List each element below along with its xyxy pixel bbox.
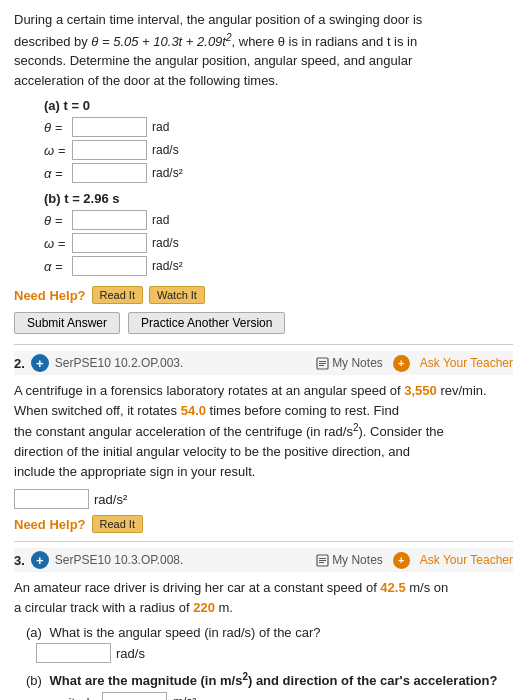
problem-3-part-a-input[interactable] <box>36 643 111 663</box>
problem-3-text: An amateur race driver is driving her ca… <box>14 578 513 617</box>
omega-unit-b: rad/s <box>152 236 179 250</box>
radius-highlight-3: 220 <box>193 600 215 615</box>
alpha-label-a: α = <box>44 166 72 181</box>
magnitude-unit: m/s² <box>173 695 196 700</box>
omega-label-a: ω = <box>44 143 72 158</box>
problem-2-answer-input[interactable] <box>14 489 89 509</box>
read-it-btn-1[interactable]: Read It <box>92 286 143 304</box>
magnitude-input[interactable] <box>102 692 167 700</box>
alpha-input-a[interactable] <box>72 163 147 183</box>
notes-icon-2 <box>316 357 329 370</box>
intro-line1: During a certain time interval, the angu… <box>14 12 422 27</box>
omega-unit-a: rad/s <box>152 143 179 157</box>
problem-intro-block: During a certain time interval, the angu… <box>14 10 513 334</box>
problem-3-id: SerPSE10 10.3.OP.008. <box>55 553 310 567</box>
my-notes-link-2[interactable]: My Notes <box>316 356 383 370</box>
problem-3-header-actions: My Notes + Ask Your Teacher <box>316 552 513 569</box>
theta-row-a: θ = rad <box>44 117 513 137</box>
problem-2-add-icon[interactable]: + <box>31 354 49 372</box>
need-help-row-2: Need Help? Read It <box>14 515 513 533</box>
problem-2-answer-row: rad/s² <box>14 489 513 509</box>
omega-row-b: ω = rad/s <box>44 233 513 253</box>
notes-icon-3 <box>316 554 329 567</box>
rotations-highlight-2: 54.0 <box>181 403 206 418</box>
intro-line3: seconds. Determine the angular position,… <box>14 53 412 68</box>
omega-input-b[interactable] <box>72 233 147 253</box>
omega-row-a: ω = rad/s <box>44 140 513 160</box>
ask-teacher-label-3[interactable]: Ask Your Teacher <box>420 553 513 567</box>
alpha-input-b[interactable] <box>72 256 147 276</box>
theta-unit-b: rad <box>152 213 169 227</box>
problem-2-number: 2. <box>14 356 25 371</box>
problem-2-block: 2. + SerPSE10 10.2.OP.003. My Notes + As… <box>14 351 513 533</box>
problem-3-add-icon[interactable]: + <box>31 551 49 569</box>
speed-highlight-3: 42.5 <box>380 580 405 595</box>
problem-3-part-a: (a) What is the angular speed (in rad/s)… <box>26 625 513 663</box>
intro-text: During a certain time interval, the angu… <box>14 10 513 90</box>
part-a-section: (a) t = 0 θ = rad ω = rad/s α = rad/s² <box>44 98 513 183</box>
problem-3-part-b-label: (b) What are the magnitude (in m/s2) and… <box>26 671 513 688</box>
theta-label-b: θ = <box>44 213 72 228</box>
ask-teacher-icon-2[interactable]: + <box>393 355 410 372</box>
problem-3-number: 3. <box>14 553 25 568</box>
ask-teacher-label-2[interactable]: Ask Your Teacher <box>420 356 513 370</box>
intro-line2: described by θ = 5.05 + 10.3t + 2.09t2, … <box>14 34 417 49</box>
theta-label-a: θ = <box>44 120 72 135</box>
problem-2-unit: rad/s² <box>94 492 127 507</box>
need-help-label-2: Need Help? <box>14 517 86 532</box>
intro-line4: acceleration of the door at the followin… <box>14 73 278 88</box>
divider-1 <box>14 344 513 345</box>
alpha-row-a: α = rad/s² <box>44 163 513 183</box>
speed-highlight-2: 3,550 <box>404 383 437 398</box>
need-help-label-1: Need Help? <box>14 288 86 303</box>
theta-input-a[interactable] <box>72 117 147 137</box>
problem-2-header-actions: My Notes + Ask Your Teacher <box>316 355 513 372</box>
magnitude-row: magnitude m/s² <box>36 692 513 700</box>
problem-2-id: SerPSE10 10.2.OP.003. <box>55 356 310 370</box>
action-row-1: Submit Answer Practice Another Version <box>14 312 513 334</box>
alpha-row-b: α = rad/s² <box>44 256 513 276</box>
part-b-section: (b) t = 2.96 s θ = rad ω = rad/s α = rad… <box>44 191 513 276</box>
watch-it-btn-1[interactable]: Watch It <box>149 286 205 304</box>
problem-3-part-b: (b) What are the magnitude (in m/s2) and… <box>26 671 513 700</box>
my-notes-link-3[interactable]: My Notes <box>316 553 383 567</box>
magnitude-label: magnitude <box>36 695 96 700</box>
practice-btn-1[interactable]: Practice Another Version <box>128 312 285 334</box>
alpha-unit-a: rad/s² <box>152 166 183 180</box>
problem-3-part-a-unit: rad/s <box>116 646 145 661</box>
theta-unit-a: rad <box>152 120 169 134</box>
problem-3-header: 3. + SerPSE10 10.3.OP.008. My Notes + As… <box>14 548 513 572</box>
submit-btn-1[interactable]: Submit Answer <box>14 312 120 334</box>
need-help-row-1: Need Help? Read It Watch It <box>14 286 513 304</box>
ask-teacher-icon-3[interactable]: + <box>393 552 410 569</box>
theta-row-b: θ = rad <box>44 210 513 230</box>
alpha-label-b: α = <box>44 259 72 274</box>
divider-2 <box>14 541 513 542</box>
omega-input-a[interactable] <box>72 140 147 160</box>
part-b-title: (b) t = 2.96 s <box>44 191 513 206</box>
theta-input-b[interactable] <box>72 210 147 230</box>
problem-2-text: A centrifuge in a forensics laboratory r… <box>14 381 513 481</box>
problem-3-block: 3. + SerPSE10 10.3.OP.008. My Notes + As… <box>14 548 513 700</box>
problem-2-header: 2. + SerPSE10 10.2.OP.003. My Notes + As… <box>14 351 513 375</box>
problem-3-part-a-input-row: rad/s <box>36 643 513 663</box>
omega-label-b: ω = <box>44 236 72 251</box>
alpha-unit-b: rad/s² <box>152 259 183 273</box>
problem-3-part-a-label: (a) What is the angular speed (in rad/s)… <box>26 625 513 640</box>
read-it-btn-2[interactable]: Read It <box>92 515 143 533</box>
page: During a certain time interval, the angu… <box>0 0 527 700</box>
part-a-title: (a) t = 0 <box>44 98 513 113</box>
